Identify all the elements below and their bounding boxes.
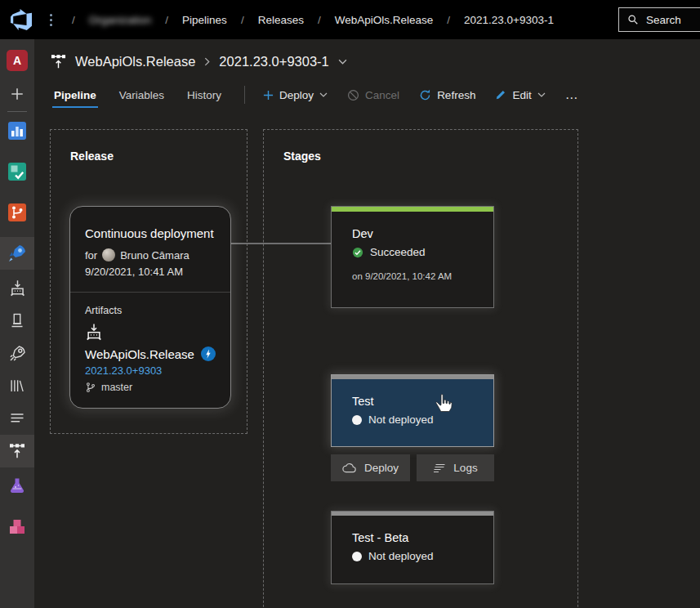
test-plans-icon: [7, 476, 27, 496]
project-avatar[interactable]: A: [0, 44, 34, 77]
release-pipeline-icon: [51, 54, 66, 69]
toolbar-divider: [244, 86, 245, 104]
sidebar-item-releases[interactable]: [0, 435, 34, 467]
stage-status-label: Succeeded: [370, 246, 426, 258]
breadcrumb-releases[interactable]: Releases: [258, 14, 304, 26]
tab-history[interactable]: History: [185, 78, 223, 111]
tab-pipeline-label: Pipeline: [54, 89, 96, 101]
kebab-menu-icon[interactable]: [50, 14, 52, 26]
main-content: WebApiOls.Release 2021.23.0+9303-1 Pipel…: [34, 39, 700, 608]
environments-icon: [9, 312, 25, 329]
refresh-button[interactable]: Refresh: [419, 89, 475, 101]
breadcrumb-organization[interactable]: Organization: [89, 14, 152, 26]
cancel-button[interactable]: Cancel: [347, 89, 399, 101]
stage-logs-label: Logs: [453, 462, 477, 474]
sidebar-item-deployment-groups[interactable]: [0, 271, 34, 304]
chevron-right-icon: [204, 57, 210, 66]
stage-card-test[interactable]: Test Not deployed: [331, 374, 494, 447]
repos-icon: [7, 203, 27, 222]
not-deployed-dot: [352, 415, 362, 425]
sidebar-item-pipelines-rocket[interactable]: [0, 337, 34, 369]
edit-menu-button[interactable]: Edit: [495, 89, 545, 101]
boards-icon: [7, 162, 27, 181]
artifact-icon: [85, 323, 103, 341]
sidebar-item-overview[interactable]: [0, 114, 34, 147]
add-item-icon[interactable]: [0, 78, 34, 110]
deploy-label: Deploy: [279, 89, 314, 101]
sidebar-item-boards[interactable]: [0, 155, 34, 188]
breadcrumb-pipelines[interactable]: Pipelines: [182, 14, 227, 26]
card-divider: [70, 292, 230, 293]
search-label: Search: [646, 14, 681, 26]
sidebar-item-task-groups[interactable]: [0, 402, 34, 435]
overview-icon: [7, 121, 27, 141]
rocket-icon: [9, 345, 26, 362]
sidebar-divider: [7, 111, 27, 112]
not-deployed-dot: [352, 552, 362, 561]
release-to-stage-connector: [231, 243, 331, 244]
stage-name: Test: [352, 395, 493, 408]
tab-pipeline[interactable]: Pipeline: [52, 78, 98, 111]
requested-by-name: Bruno Câmara: [120, 249, 189, 262]
stage-name: Test - Beta: [352, 531, 493, 544]
breadcrumb-pipeline-name[interactable]: WebApiOls.Release: [335, 14, 434, 26]
sidebar-item-repos[interactable]: [0, 196, 34, 229]
azure-devops-logo-icon[interactable]: [11, 9, 32, 30]
logs-icon: [433, 463, 446, 473]
top-bar: / Organization / Pipelines / Releases / …: [0, 0, 700, 39]
slash-circle-icon: [347, 89, 359, 101]
cloud-icon: [342, 463, 357, 473]
left-navigation-rail: A: [0, 39, 34, 608]
task-groups-icon: [9, 410, 25, 427]
breadcrumb-separator: /: [241, 14, 244, 26]
git-branch-icon: [85, 382, 96, 393]
ellipsis-icon: …: [565, 87, 579, 102]
breadcrumb-separator: /: [447, 14, 450, 26]
artifacts-label: Artifacts: [85, 305, 216, 316]
branch-name: master: [101, 382, 132, 393]
stage-status-bar: [332, 512, 493, 516]
sidebar-item-library[interactable]: [0, 369, 34, 402]
release-date: 9/20/2021, 10:41 AM: [85, 266, 216, 278]
stages-panel-title: Stages: [283, 150, 321, 163]
sidebar-item-environments[interactable]: [0, 304, 34, 337]
azure-devops-window: / Organization / Pipelines / Releases / …: [0, 0, 700, 608]
search-box[interactable]: Search: [618, 7, 700, 32]
plus-icon: [263, 90, 274, 101]
release-card[interactable]: Continuous deployment for Bruno Câmara 9…: [69, 206, 231, 409]
tab-history-label: History: [187, 89, 221, 101]
stage-status-row: Not deployed: [352, 414, 493, 426]
stage-logs-button[interactable]: Logs: [417, 454, 494, 481]
stage-status-label: Not deployed: [368, 414, 434, 426]
stage-status-bar: [332, 207, 493, 212]
stage-card-test-beta[interactable]: Test - Beta Not deployed: [331, 511, 494, 584]
continuous-deployment-badge[interactable]: [201, 346, 216, 361]
tab-variables-label: Variables: [119, 89, 164, 101]
stage-deploy-button[interactable]: Deploy: [331, 454, 410, 481]
library-icon: [9, 378, 25, 394]
breadcrumb-release-name[interactable]: 2021.23.0+9303-1: [464, 14, 554, 26]
sidebar-item-pipelines[interactable]: [0, 237, 34, 270]
breadcrumb-separator: /: [318, 14, 321, 26]
refresh-label: Refresh: [437, 89, 475, 101]
breadcrumb-separator: /: [72, 14, 75, 26]
sidebar-item-test-plans[interactable]: [0, 470, 34, 503]
stage-status-row: Not deployed: [352, 550, 493, 562]
breadcrumb: / Organization / Pipelines / Releases / …: [72, 14, 554, 26]
artifact-version-link[interactable]: 2021.23.0+9303: [85, 364, 216, 377]
tab-variables[interactable]: Variables: [118, 78, 166, 111]
stage-card-dev[interactable]: Dev Succeeded on 9/20/2021, 10:42 AM: [331, 206, 494, 308]
sidebar-item-artifacts[interactable]: [0, 511, 34, 543]
for-label: for: [85, 249, 97, 262]
release-card-title: Continuous deployment: [85, 226, 216, 240]
more-actions-button[interactable]: …: [565, 87, 579, 102]
stage-actions: Deploy Logs: [331, 454, 494, 481]
page-title-pipeline-name[interactable]: WebApiOls.Release: [75, 54, 195, 69]
page-title-release-name[interactable]: 2021.23.0+9303-1: [219, 54, 328, 69]
chevron-down-icon[interactable]: [338, 59, 347, 65]
tab-bar: Pipeline Variables History Deploy: [52, 78, 579, 111]
releases-icon: [9, 443, 25, 459]
stage-deploy-label: Deploy: [364, 462, 399, 474]
stage-status-row: Succeeded: [352, 246, 493, 258]
deploy-menu-button[interactable]: Deploy: [263, 89, 328, 101]
